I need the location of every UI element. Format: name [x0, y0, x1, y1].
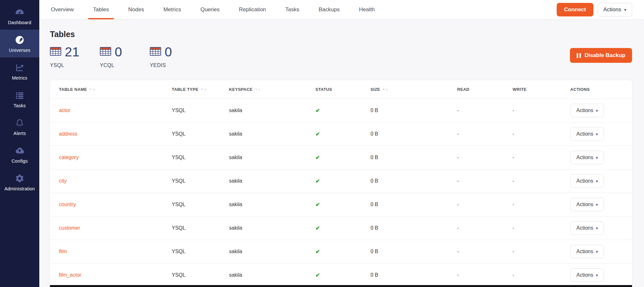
actions-cell: Actions ▾: [570, 104, 623, 117]
size-cell: 0 B: [370, 131, 457, 137]
caret-down-icon: ▾: [596, 203, 598, 207]
list-icon: [14, 90, 25, 100]
column-header-label[interactable]: READ: [457, 87, 469, 92]
page-title: Tables: [50, 30, 632, 39]
table-name-link[interactable]: address: [59, 131, 172, 137]
table-name-link[interactable]: country: [59, 202, 172, 207]
disable-backup-label: Disable Backup: [584, 52, 625, 59]
table-name-link[interactable]: city: [59, 178, 172, 184]
table-name-link[interactable]: category: [59, 155, 172, 160]
keyspace-cell: sakila: [229, 249, 315, 254]
write-cell: -: [513, 202, 570, 207]
stat-ycql: 0 YCQL: [100, 45, 150, 68]
write-cell: -: [513, 155, 570, 160]
column-header-write: WRITE: [513, 87, 570, 92]
table-row: country YSQL sakila ✔ 0 B - - Actions ▾: [50, 193, 632, 216]
check-icon: ✔: [315, 272, 320, 278]
column-header-label[interactable]: SIZE: [370, 87, 380, 92]
row-actions-button[interactable]: Actions ▾: [570, 151, 604, 164]
column-header-label[interactable]: TABLE TYPE: [172, 87, 198, 92]
pause-icon: [577, 53, 581, 58]
row-actions-button[interactable]: Actions ▾: [570, 104, 604, 117]
status-cell: ✔: [315, 178, 370, 185]
caret-down-icon: ▾: [596, 109, 598, 113]
tables-page: Tables 21 YSQL 0 YCQL 0 YEDIS Disable Ba…: [39, 19, 644, 287]
row-actions-button[interactable]: Actions ▾: [570, 221, 604, 235]
tab-replication[interactable]: Replication: [238, 0, 267, 19]
read-cell: -: [457, 225, 513, 231]
table-name-link[interactable]: customer: [59, 225, 172, 231]
column-header-label[interactable]: ACTIONS: [570, 87, 590, 92]
tab-backups[interactable]: Backups: [318, 0, 341, 19]
table-name-link[interactable]: film: [59, 249, 172, 254]
column-header-size: SIZE ▼▲: [370, 87, 457, 92]
stats-list: 21 YSQL 0 YCQL 0 YEDIS: [50, 45, 200, 68]
table-type-cell: YSQL: [172, 155, 229, 160]
column-header-keyspace: KEYSPACE ▼▲: [229, 87, 315, 92]
tab-overview[interactable]: Overview: [50, 0, 75, 19]
sidebar-item-metrics[interactable]: Metrics: [0, 57, 39, 85]
keyspace-cell: sakila: [229, 108, 315, 113]
status-cell: ✔: [315, 225, 370, 232]
stat-count: 21: [65, 45, 80, 59]
caret-down-icon: ▾: [596, 156, 598, 160]
table-row: film YSQL sakila ✔ 0 B - - Actions ▾: [50, 240, 632, 263]
disable-backup-button[interactable]: Disable Backup: [570, 48, 632, 63]
universe-actions-button[interactable]: Actions ▾: [598, 3, 632, 16]
tab-metrics[interactable]: Metrics: [162, 0, 182, 19]
sidebar-item-universes[interactable]: Universes: [0, 30, 39, 57]
row-actions-button[interactable]: Actions ▾: [570, 268, 604, 282]
check-icon: ✔: [315, 178, 320, 184]
sidebar-item-tasks[interactable]: Tasks: [0, 85, 39, 113]
stat-api-label: YSQL: [50, 62, 100, 68]
write-cell: -: [513, 178, 570, 184]
tab-tables[interactable]: Tables: [92, 0, 110, 19]
sort-arrows-icon[interactable]: ▼▲: [201, 88, 207, 91]
actions-cell: Actions ▾: [570, 245, 623, 258]
table-row: city YSQL sakila ✔ 0 B - - Actions ▾: [50, 169, 632, 193]
table-name-link[interactable]: film_actor: [59, 272, 172, 278]
status-cell: ✔: [315, 107, 370, 114]
column-header-label[interactable]: TABLE NAME: [59, 87, 87, 92]
row-actions-button[interactable]: Actions ▾: [570, 245, 604, 258]
sidebar-item-configs[interactable]: Configs: [0, 140, 39, 168]
connect-button[interactable]: Connect: [557, 3, 593, 16]
keyspace-cell: sakila: [229, 131, 315, 137]
read-cell: -: [457, 155, 513, 160]
column-header-table-name: TABLE NAME ▼▲: [59, 87, 172, 92]
actions-cell: Actions ▾: [570, 221, 623, 235]
table-name-link[interactable]: actor: [59, 108, 172, 113]
sort-arrows-icon[interactable]: ▼▲: [89, 88, 95, 91]
column-header-label[interactable]: STATUS: [315, 87, 332, 92]
sort-arrows-icon[interactable]: ▼▲: [382, 88, 388, 91]
tab-tasks[interactable]: Tasks: [284, 0, 300, 19]
sidebar-item-label: Tasks: [14, 103, 26, 108]
main-area: OverviewTablesNodesMetricsQueriesReplica…: [39, 0, 644, 287]
stat-count: 0: [165, 45, 172, 59]
column-header-status: STATUS: [315, 87, 370, 92]
sidebar-item-administration[interactable]: Administration: [0, 168, 39, 196]
read-cell: -: [457, 178, 513, 184]
row-actions-button[interactable]: Actions ▾: [570, 174, 604, 188]
column-header-label[interactable]: KEYSPACE: [229, 87, 253, 92]
chart-line-icon: [14, 62, 25, 73]
stat-api-label: YCQL: [100, 62, 150, 68]
tab-queries[interactable]: Queries: [199, 0, 221, 19]
sidebar-item-alerts[interactable]: Alerts: [0, 113, 39, 140]
tab-nodes[interactable]: Nodes: [127, 0, 145, 19]
caret-down-icon: ▾: [624, 8, 626, 12]
row-actions-button[interactable]: Actions ▾: [570, 127, 604, 141]
tab-health[interactable]: Health: [358, 0, 376, 19]
sidebar-item-dashboard[interactable]: Dashboard: [0, 2, 39, 30]
column-header-label[interactable]: WRITE: [513, 87, 526, 92]
actions-cell: Actions ▾: [570, 151, 623, 164]
read-cell: -: [457, 249, 513, 254]
read-cell: -: [457, 272, 513, 278]
table-type-cell: YSQL: [172, 249, 229, 254]
status-cell: ✔: [315, 248, 370, 255]
table-type-cell: YSQL: [172, 272, 229, 278]
sort-arrows-icon[interactable]: ▼▲: [255, 88, 261, 91]
size-cell: 0 B: [370, 155, 457, 160]
row-actions-button[interactable]: Actions ▾: [570, 198, 604, 211]
table-row: address YSQL sakila ✔ 0 B - - Actions ▾: [50, 122, 632, 146]
